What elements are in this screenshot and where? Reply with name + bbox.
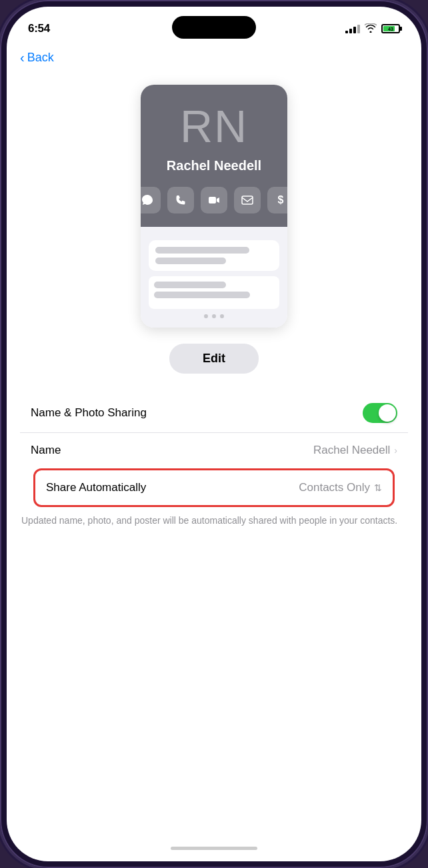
- toggle-knob: [379, 404, 396, 422]
- home-bar: [171, 847, 257, 850]
- name-value: Rachel Needell: [313, 444, 390, 457]
- back-button[interactable]: ‹ Back: [7, 41, 421, 71]
- home-indicator: [7, 835, 421, 861]
- battery-icon: 43: [381, 24, 400, 33]
- content-area: ‹ Back RN Rachel Needell: [7, 41, 421, 835]
- contact-initials: RN: [180, 103, 248, 149]
- name-value-container: Rachel Needell ›: [313, 444, 397, 457]
- back-label: Back: [27, 51, 54, 65]
- edit-button[interactable]: Edit: [169, 344, 259, 374]
- contact-name: Rachel Needell: [167, 158, 261, 173]
- signal-bars-icon: [345, 24, 360, 33]
- status-right: 43: [345, 23, 400, 35]
- settings-group-1: Name & Photo Sharing Name Rachel Needell…: [20, 394, 408, 468]
- edit-btn-container: Edit: [7, 344, 421, 374]
- updown-icon: ⇅: [374, 482, 382, 493]
- contact-card-dots: [149, 314, 279, 318]
- settings-group-highlighted: Share Automatically Contacts Only ⇅: [20, 468, 408, 507]
- contact-card: RN Rachel Needell: [141, 85, 287, 328]
- contact-card-info-block: [149, 240, 279, 271]
- mail-action-btn[interactable]: [234, 187, 261, 213]
- share-automatically-highlight-wrapper: Share Automatically Contacts Only ⇅: [33, 468, 395, 507]
- name-photo-sharing-label: Name & Photo Sharing: [31, 406, 147, 420]
- video-action-btn[interactable]: [201, 187, 227, 213]
- wifi-icon: [365, 23, 377, 35]
- settings-card-1: Name & Photo Sharing Name Rachel Needell…: [20, 394, 408, 468]
- footer-note: Updated name, photo, and poster will be …: [7, 507, 421, 543]
- status-time: 6:54: [28, 22, 50, 35]
- phone-frame: 6:54 43: [0, 0, 428, 868]
- dynamic-island: [172, 16, 256, 39]
- phone-action-btn[interactable]: [167, 187, 194, 213]
- contact-actions: $: [141, 187, 287, 213]
- name-photo-sharing-row: Name & Photo Sharing: [20, 394, 408, 433]
- message-action-btn[interactable]: [141, 187, 161, 213]
- contact-card-detail-lines: [149, 276, 279, 309]
- name-label: Name: [31, 444, 61, 457]
- share-automatically-value-container: Contacts Only ⇅: [299, 481, 382, 494]
- share-automatically-value: Contacts Only: [299, 481, 370, 494]
- contact-card-bottom: [141, 227, 287, 328]
- contact-card-container: RN Rachel Needell: [7, 71, 421, 344]
- screen: 6:54 43: [7, 7, 421, 861]
- battery-percent: 43: [388, 27, 393, 31]
- share-automatically-row[interactable]: Share Automatically Contacts Only ⇅: [35, 470, 393, 505]
- name-photo-sharing-toggle[interactable]: [363, 403, 397, 423]
- name-row[interactable]: Name Rachel Needell ›: [20, 433, 408, 468]
- svg-rect-0: [209, 197, 216, 203]
- pay-action-btn[interactable]: $: [267, 187, 287, 213]
- contact-card-top: RN Rachel Needell: [141, 85, 287, 227]
- back-chevron-icon: ‹: [20, 51, 25, 64]
- share-automatically-label: Share Automatically: [46, 481, 146, 494]
- chevron-right-icon: ›: [394, 445, 397, 456]
- svg-rect-1: [242, 196, 253, 204]
